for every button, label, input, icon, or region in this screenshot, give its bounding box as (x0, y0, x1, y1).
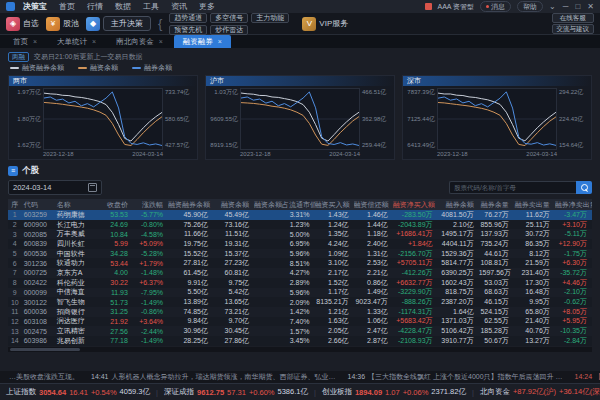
column-header-融资净买入额[interactable]: 融资净买入额 (393, 200, 438, 210)
legend-item-融券余额[interactable]: 融券余额 (132, 63, 172, 73)
stock-search-input[interactable] (449, 181, 576, 194)
northbound-funds[interactable]: 北向资金+87.92亿(沪)+36.14亿(深) (480, 387, 600, 397)
news-item[interactable]: 14:24【国联证券：银行后续修复下行空间不大 具备高股息率先企稳…】 (575, 372, 600, 382)
cell: +1686.41万 (393, 229, 438, 239)
scrollbar-thumb[interactable] (10, 348, 80, 351)
main-decision-button[interactable]: 主升决策 (103, 16, 151, 31)
strategy-button-炒作雷达[interactable]: 炒作雷达 (210, 25, 248, 35)
account-name[interactable]: AAA 资管型 (438, 2, 475, 12)
north-v: +87.92亿(沪) (513, 387, 556, 397)
table-row[interactable]: 4600839四川长虹5.99+5.09%19.75亿19.31亿6.95%4.… (8, 239, 592, 249)
column-header-融资余额占流通市值比[interactable]: 融资余额占流通市值比 (254, 200, 315, 210)
table-row[interactable]: 11600036招商银行31.25-0.86%74.85亿73.21亿1.42%… (8, 307, 592, 317)
minimize-to-tray-icon[interactable]: ⌄ (549, 2, 556, 11)
menu-item-资讯[interactable]: 资讯 (171, 1, 187, 12)
date-picker[interactable]: 2024-03-14 (8, 180, 102, 195)
index-quote-上证指数[interactable]: 上证指数3054.6416.41+0.54%4059.3亿 (6, 387, 150, 397)
news-item[interactable]: …美股收盘涨跌互现。 (6, 372, 79, 382)
cell: 002085 (22, 231, 55, 238)
horizontal-scrollbar[interactable] (8, 347, 592, 352)
stock-pool-button[interactable]: ¥ 股池 (46, 17, 79, 31)
tab-南北向资金[interactable]: 南北向资金× (107, 35, 172, 48)
strategy-button-多空信号[interactable]: 多空信号 (210, 13, 248, 23)
column-header-涨跌幅[interactable]: 涨跌幅 (133, 200, 168, 210)
cell: 15.37亿 (213, 249, 254, 259)
table-row[interactable]: 14603986兆易创新77.18-1.49%28.25亿27.86亿3.45%… (8, 336, 592, 346)
feedback-button[interactable]: 交流与建议 (552, 24, 595, 34)
messages-button[interactable]: 消息 (480, 1, 511, 12)
column-header-代码[interactable]: 代码 (22, 200, 55, 210)
column-header-融券净卖出量[interactable]: 融券净卖出量 (555, 200, 592, 210)
cell: 1.35亿 (315, 229, 354, 239)
index-v: 1894.09 (355, 388, 382, 397)
help-button[interactable]: 帮助 (517, 1, 543, 12)
table-row[interactable]: 3002085万丰奥威10.84-4.58%11.66亿11.51亿5.00%1… (8, 229, 592, 239)
tab-大单统计[interactable]: 大单统计× (48, 35, 105, 48)
column-header-名称[interactable]: 名称 (55, 200, 102, 210)
legend-item-融资融券余额[interactable]: 融资融券余额 (10, 63, 64, 73)
table-row[interactable]: 1603259药明康德53.53-5.77%45.90亿45.49亿3.31%1… (8, 210, 592, 220)
minimize-icon[interactable]: ─ (563, 2, 569, 11)
table-row[interactable]: 12603108润达医疗21.92+3.64%9.84亿9.70亿7.40%1.… (8, 317, 592, 327)
tab-close-icon[interactable]: × (159, 38, 163, 45)
table-row[interactable]: 7000725京东方A4.00-1.48%61.45亿60.81亿4.27%2.… (8, 268, 592, 278)
watchlist-button[interactable]: ◈ 自选 (6, 17, 39, 31)
column-header-序[interactable]: 序 (8, 200, 22, 210)
cell: -3.47万 (555, 210, 592, 220)
column-header-融资偿还额[interactable]: 融资偿还额 (354, 200, 393, 210)
menu-item-首页[interactable]: 首页 (59, 1, 75, 12)
menu-item-行情[interactable]: 行情 (87, 1, 103, 12)
column-header-融券余量[interactable]: 融券余量 (479, 200, 514, 210)
tab-close-icon[interactable]: × (218, 38, 222, 45)
column-header-融券卖出量[interactable]: 融券卖出量 (514, 200, 555, 210)
table-row[interactable]: 8002422科伦药业30.22+6.37%9.91亿9.75亿2.89%1.5… (8, 278, 592, 288)
index-quote-深证成指[interactable]: 深证成指9612.7557.31+0.60%5386.1亿 (164, 387, 308, 397)
strategy-button-主力动能[interactable]: 主力动能 (251, 13, 289, 23)
x-axis-labels: 2023-12-182024-03-14 (9, 150, 197, 159)
tab-close-icon[interactable]: × (92, 38, 96, 45)
table-row[interactable]: 5600536中国软件34.28-5.28%15.52亿15.37亿5.96%1… (8, 249, 592, 259)
news-item[interactable]: 14:36【三大指数全线飘红 上涨个股近4000只】指数午后震荡回升 … (348, 372, 563, 382)
legend-item-融资余额[interactable]: 融资余额 (78, 63, 118, 73)
table-row[interactable]: 9000099中信海直11.93-7.95%5.50亿5.42亿5.96%1.1… (8, 288, 592, 298)
maximize-icon[interactable]: □ (575, 2, 580, 11)
strategy-button-趋势通道[interactable]: 趋势通道 (169, 13, 207, 23)
search-button[interactable] (576, 181, 592, 194)
column-header-收盘价[interactable]: 收盘价 (102, 200, 133, 210)
legend-swatch (132, 67, 141, 69)
column-header-融资余额[interactable]: 融资余额 (213, 200, 254, 210)
tab-首页[interactable]: 首页× (4, 35, 46, 48)
table-row[interactable]: 13002475立讯精密27.56-2.44%30.96亿30.45亿1.57%… (8, 326, 592, 336)
chart-plot[interactable] (43, 88, 163, 150)
chart-plot[interactable] (437, 88, 557, 150)
tab-close-icon[interactable]: × (33, 38, 37, 45)
vip-service-button[interactable]: V VIP服务 (302, 17, 348, 31)
tab-融资融券[interactable]: 融资融券× (174, 35, 231, 48)
cell: 8.51% (254, 260, 315, 267)
legend-swatch (78, 67, 87, 69)
cell: 智飞生物 (55, 297, 102, 307)
column-header-融资买入额[interactable]: 融资买入额 (315, 200, 354, 210)
news-item[interactable]: 14:41人形机器人概念异动拉升，瑞达期货领涨，南华期货、西部证券、弘业… (91, 372, 336, 382)
strategy-button-预警先机[interactable]: 预警先机 (169, 25, 207, 35)
cell: 11.93 (102, 289, 133, 296)
news-ticker: …美股收盘涨跌互现。14:41人形机器人概念异动拉升，瑞达期货领涨，南华期货、西… (0, 371, 600, 383)
table-row[interactable]: 10300122智飞生物51.73-1.49%13.89亿13.65亿2.09%… (8, 297, 592, 307)
index-quote-创业板指[interactable]: 创业板指1894.091.07+0.06%2371.82亿 (322, 387, 466, 397)
menu-item-更多[interactable]: 更多 (199, 1, 215, 12)
cell: 2.40亿 (354, 239, 393, 249)
online-service-button[interactable]: 在线客服 (552, 13, 595, 23)
index-c: 16.41 (69, 388, 88, 397)
cell: 300122 (22, 299, 55, 306)
table-row[interactable]: 6301236软通动力53.44+1.79%27.81亿27.23亿8.51%3… (8, 258, 592, 268)
column-header-融券余额[interactable]: 融券余额 (438, 200, 479, 210)
chart-title: 深市 (403, 76, 591, 86)
menu-item-数据[interactable]: 数据 (115, 1, 131, 12)
news-time: 14:24 (575, 373, 593, 380)
chart-plot[interactable] (240, 88, 360, 150)
column-header-融资融券余额[interactable]: 融资融券余额 (168, 200, 213, 210)
close-icon[interactable]: ✕ (587, 2, 594, 11)
table-row[interactable]: 2600900长江电力24.69-0.80%75.26亿73.16亿1.23%1… (8, 220, 592, 230)
cell: 1.52亿 (315, 278, 354, 288)
menu-item-工具[interactable]: 工具 (143, 1, 159, 12)
